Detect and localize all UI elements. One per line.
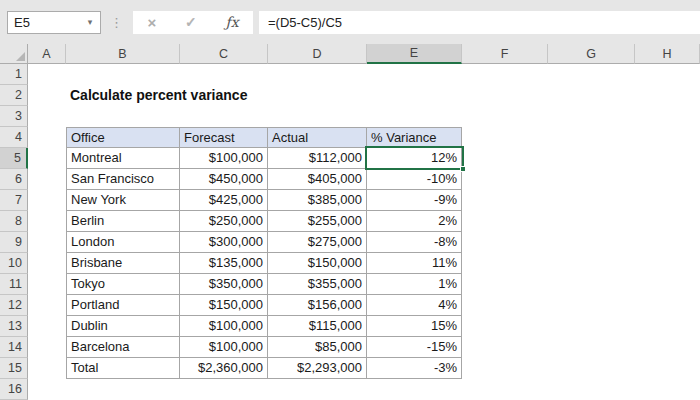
row-header-13[interactable]: 13 — [0, 316, 28, 337]
formula-input[interactable]: =(D5-C5)/C5 — [259, 11, 700, 34]
cell-B10[interactable]: Brisbane — [66, 253, 180, 274]
cell-A4[interactable] — [28, 127, 66, 148]
select-all-button[interactable] — [0, 44, 28, 64]
cell-B9[interactable]: London — [66, 232, 180, 253]
cell-E3[interactable] — [367, 106, 462, 127]
cell-A15[interactable] — [28, 358, 66, 379]
cell-H12[interactable] — [635, 295, 700, 316]
cell-D3[interactable] — [268, 106, 367, 127]
cell-G5[interactable] — [548, 148, 635, 169]
cell-H6[interactable] — [635, 169, 700, 190]
cell-D12[interactable]: $156,000 — [268, 295, 367, 316]
cell-G6[interactable] — [548, 169, 635, 190]
cell-F1[interactable] — [462, 64, 548, 85]
cell-G4[interactable] — [548, 127, 635, 148]
cell-E1[interactable] — [367, 64, 462, 85]
cell-F5[interactable] — [462, 148, 548, 169]
cell-E7[interactable]: -9% — [367, 190, 462, 211]
cell-G8[interactable] — [548, 211, 635, 232]
row-header-5[interactable]: 5 — [0, 148, 28, 169]
cell-A5[interactable] — [28, 148, 66, 169]
cell-A1[interactable] — [28, 64, 66, 85]
cell-C4[interactable]: Forecast — [180, 127, 268, 148]
cell-E15[interactable]: -3% — [367, 358, 462, 379]
row-header-3[interactable]: 3 — [0, 106, 28, 127]
cell-A16[interactable] — [28, 379, 66, 400]
cell-G14[interactable] — [548, 337, 635, 358]
cell-B15[interactable]: Total — [66, 358, 180, 379]
cell-H14[interactable] — [635, 337, 700, 358]
cell-D5[interactable]: $112,000 — [268, 148, 367, 169]
cell-A8[interactable] — [28, 211, 66, 232]
row-header-8[interactable]: 8 — [0, 211, 28, 232]
cell-G9[interactable] — [548, 232, 635, 253]
cell-A9[interactable] — [28, 232, 66, 253]
name-box[interactable]: E5 ▾ — [7, 11, 101, 34]
column-header-G[interactable]: G — [548, 44, 635, 64]
cell-A6[interactable] — [28, 169, 66, 190]
cell-A2[interactable] — [28, 85, 66, 106]
cell-F7[interactable] — [462, 190, 548, 211]
cell-G7[interactable] — [548, 190, 635, 211]
cell-C9[interactable]: $300,000 — [180, 232, 268, 253]
cell-H9[interactable] — [635, 232, 700, 253]
cell-G1[interactable] — [548, 64, 635, 85]
cell-H16[interactable] — [635, 379, 700, 400]
cell-F14[interactable] — [462, 337, 548, 358]
cell-B12[interactable]: Portland — [66, 295, 180, 316]
cell-E11[interactable]: 1% — [367, 274, 462, 295]
cell-C11[interactable]: $350,000 — [180, 274, 268, 295]
cell-H2[interactable] — [635, 85, 700, 106]
cell-C8[interactable]: $250,000 — [180, 211, 268, 232]
cell-F13[interactable] — [462, 316, 548, 337]
cell-G15[interactable] — [548, 358, 635, 379]
cell-D15[interactable]: $2,293,000 — [268, 358, 367, 379]
cell-D14[interactable]: $85,000 — [268, 337, 367, 358]
cell-B13[interactable]: Dublin — [66, 316, 180, 337]
cell-E4[interactable]: % Variance — [367, 127, 462, 148]
cell-D6[interactable]: $405,000 — [268, 169, 367, 190]
cell-A11[interactable] — [28, 274, 66, 295]
cell-C13[interactable]: $100,000 — [180, 316, 268, 337]
cell-H3[interactable] — [635, 106, 700, 127]
cell-E5[interactable]: 12% — [367, 148, 462, 169]
row-header-14[interactable]: 14 — [0, 337, 28, 358]
cell-G11[interactable] — [548, 274, 635, 295]
cell-D4[interactable]: Actual — [268, 127, 367, 148]
cell-F11[interactable] — [462, 274, 548, 295]
cell-F9[interactable] — [462, 232, 548, 253]
cell-H15[interactable] — [635, 358, 700, 379]
cell-E13[interactable]: 15% — [367, 316, 462, 337]
column-header-E[interactable]: E — [367, 44, 462, 64]
cell-D9[interactable]: $275,000 — [268, 232, 367, 253]
cell-H11[interactable] — [635, 274, 700, 295]
cell-A7[interactable] — [28, 190, 66, 211]
cell-H7[interactable] — [635, 190, 700, 211]
cell-A13[interactable] — [28, 316, 66, 337]
cell-C7[interactable]: $425,000 — [180, 190, 268, 211]
cell-G12[interactable] — [548, 295, 635, 316]
cell-B5[interactable]: Montreal — [66, 148, 180, 169]
enter-icon[interactable]: ✓ — [185, 14, 197, 30]
cell-F10[interactable] — [462, 253, 548, 274]
row-header-10[interactable]: 10 — [0, 253, 28, 274]
cell-A3[interactable] — [28, 106, 66, 127]
cell-B16[interactable] — [66, 379, 180, 400]
row-header-16[interactable]: 16 — [0, 379, 28, 400]
cell-B3[interactable] — [66, 106, 180, 127]
cell-G16[interactable] — [548, 379, 635, 400]
cell-D2[interactable] — [268, 85, 367, 106]
cell-D8[interactable]: $255,000 — [268, 211, 367, 232]
column-header-C[interactable]: C — [180, 44, 268, 64]
cell-F4[interactable] — [462, 127, 548, 148]
column-header-A[interactable]: A — [28, 44, 66, 64]
row-header-11[interactable]: 11 — [0, 274, 28, 295]
cell-D11[interactable]: $355,000 — [268, 274, 367, 295]
cell-F3[interactable] — [462, 106, 548, 127]
row-header-15[interactable]: 15 — [0, 358, 28, 379]
column-header-F[interactable]: F — [462, 44, 548, 64]
cell-B14[interactable]: Barcelona — [66, 337, 180, 358]
cancel-icon[interactable]: × — [147, 14, 156, 31]
cell-D10[interactable]: $150,000 — [268, 253, 367, 274]
cell-F2[interactable] — [462, 85, 548, 106]
